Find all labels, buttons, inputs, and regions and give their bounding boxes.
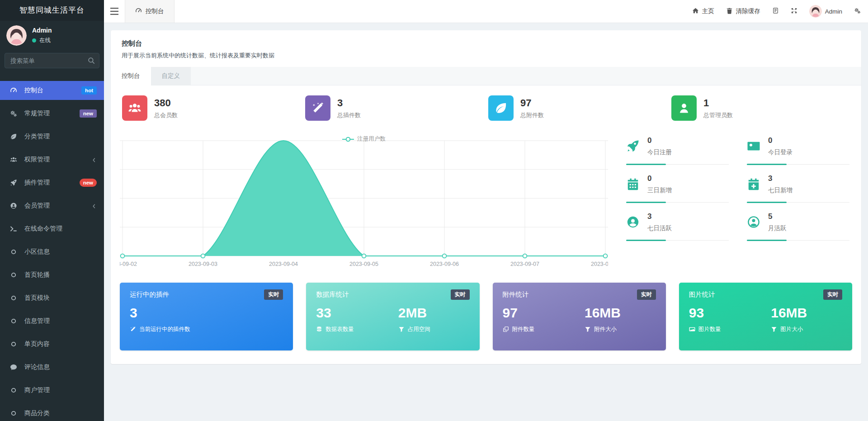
card-metric: 16MB图片大小 xyxy=(771,305,842,333)
sidebar-item-addon[interactable]: 插件管理new xyxy=(0,173,104,192)
sidebar-item-community[interactable]: 小区信息 xyxy=(0,242,104,261)
clear-cache-button[interactable]: 清除缓存 xyxy=(726,7,760,15)
settings-button[interactable] xyxy=(854,7,861,15)
filter-icon xyxy=(398,326,405,332)
realtime-badge: 实时 xyxy=(264,289,283,300)
chart-legend[interactable]: 注册用户数 xyxy=(120,135,608,143)
main-content: 控制台 用于展示当前系统中的统计数据、统计报表及重要实时数据 控制台自定义 38… xyxy=(104,23,868,421)
log-button[interactable] xyxy=(772,7,779,15)
search-icon[interactable] xyxy=(87,57,95,65)
users-icon xyxy=(10,156,19,163)
quick-stat-underline xyxy=(747,164,852,165)
card-metric-value: 33 xyxy=(316,305,398,321)
sidebar-item-dashboard[interactable]: 控制台hot xyxy=(0,81,104,100)
card-metric-value: 16MB xyxy=(771,305,842,321)
realtime-badge: 实时 xyxy=(451,289,470,300)
sidebar-item-banner[interactable]: 首页轮播 xyxy=(0,265,104,284)
summary-cards-row: 运行中的插件实时3当前运行中的插件数数据库统计实时33数据表数量2MB占用空间附… xyxy=(120,283,852,350)
card-attachment-stats: 附件统计实时97附件数量16MB附件大小 xyxy=(493,283,666,350)
sidebar-item-label: 权限管理 xyxy=(24,156,91,164)
sidebar-item-label: 评论信息 xyxy=(24,363,97,371)
sidebar-item-general[interactable]: 常规管理new xyxy=(0,104,104,123)
quick-stat-label: 七日活跃 xyxy=(647,224,672,232)
sidebar-item-label: 信息管理 xyxy=(24,317,97,325)
rocket-icon xyxy=(626,139,641,154)
badge-new: new xyxy=(80,179,97,187)
home-link[interactable]: 主页 xyxy=(692,7,714,15)
card-metric-label: 图片大小 xyxy=(780,326,803,333)
card-metric: 3当前运行中的插件数 xyxy=(130,305,283,333)
sidebar-search xyxy=(5,53,99,68)
svg-text:2023-09-03: 2023-09-03 xyxy=(189,261,217,267)
fullscreen-button[interactable] xyxy=(791,7,797,15)
sidebar-item-merchant[interactable]: 商户管理 xyxy=(0,381,104,400)
card-running-addons: 运行中的插件实时3当前运行中的插件数 xyxy=(120,283,293,350)
calendar-icon xyxy=(626,177,641,192)
registered-users-chart: 注册用户数 2023-09-022023-09-032023-09-042023… xyxy=(120,133,608,271)
legend-marker-icon xyxy=(342,137,354,142)
quick-stat-value: 0 xyxy=(647,174,672,183)
calendar-plus-icon xyxy=(747,177,761,192)
sidebar-item-label: 在线命令管理 xyxy=(24,225,97,233)
sidebar-item-auth[interactable]: 权限管理 xyxy=(0,150,104,169)
username-label: Admin xyxy=(825,8,842,15)
sidebar-toggle-button[interactable] xyxy=(104,0,125,23)
sidebar-item-comment[interactable]: 评论信息 xyxy=(0,358,104,377)
magic-icon xyxy=(305,95,330,121)
svg-text:2023-09-02: 2023-09-02 xyxy=(120,261,137,267)
quick-stat-underline xyxy=(626,240,731,241)
sidebar-item-label: 商户管理 xyxy=(24,386,97,394)
card-metric-value: 93 xyxy=(689,305,771,321)
user-status-label: 在线 xyxy=(39,37,51,44)
circle-icon xyxy=(10,387,19,394)
sidebar-item-module[interactable]: 首页模块 xyxy=(0,289,104,307)
badge-new: new xyxy=(80,109,97,118)
stat-total-members: 380总会员数 xyxy=(120,95,303,121)
clone-icon xyxy=(503,326,509,332)
card-title: 运行中的插件 xyxy=(130,290,169,299)
sidebar-item-information[interactable]: 信息管理 xyxy=(0,312,104,331)
dashboard-icon xyxy=(10,87,19,94)
panel-tabs: 控制台自定义 xyxy=(111,67,861,85)
tab-dashboard[interactable]: 控制台 xyxy=(125,0,175,23)
page-title: 控制台 xyxy=(122,39,850,48)
sidebar-item-label: 分类管理 xyxy=(24,132,97,141)
user-menu[interactable]: Admin xyxy=(809,5,842,18)
stat-label: 总会员数 xyxy=(154,111,178,119)
gears-icon xyxy=(10,110,19,117)
card-metric-label: 图片数量 xyxy=(698,326,721,333)
user-circle-solid-icon xyxy=(626,215,641,230)
sidebar-item-member[interactable]: 会员管理 xyxy=(0,196,104,215)
card-metric: 2MB占用空间 xyxy=(398,305,470,333)
user-icon xyxy=(671,95,697,121)
sidebar-item-command[interactable]: 在线命令管理 xyxy=(0,219,104,238)
user-status: 在线 xyxy=(32,37,52,44)
page-header: 控制台 用于展示当前系统中的统计数据、统计报表及重要实时数据 xyxy=(111,30,861,67)
topbar: 控制台 主页 清除缓存 Admin xyxy=(104,0,868,23)
middle-row: 注册用户数 2023-09-022023-09-032023-09-042023… xyxy=(120,133,852,271)
stat-total-addons: 3总插件数 xyxy=(303,95,486,121)
card-image-stats: 图片统计实时93图片数量16MB图片大小 xyxy=(679,283,852,350)
circle-icon xyxy=(10,271,19,279)
quick-stat-underline xyxy=(747,202,852,203)
menu-search-input[interactable] xyxy=(5,53,99,68)
user-circle-icon xyxy=(10,202,19,209)
stat-row: 380总会员数3总插件数97总附件数1总管理员数 xyxy=(120,95,852,121)
rocket-icon xyxy=(10,179,19,186)
card-title: 图片统计 xyxy=(689,290,715,299)
sidebar-item-page[interactable]: 单页内容 xyxy=(0,335,104,354)
chevron-left-icon xyxy=(91,203,97,208)
card-metric-label: 数据表数量 xyxy=(326,326,354,333)
panel-tab[interactable]: 自定义 xyxy=(151,67,191,85)
sidebar-item-label: 会员管理 xyxy=(24,202,91,210)
sidebar-item-goods-category[interactable]: 商品分类 xyxy=(0,404,104,421)
clear-cache-label: 清除缓存 xyxy=(736,7,760,15)
circle-icon xyxy=(10,410,19,417)
sidebar-item-category[interactable]: 分类管理 xyxy=(0,127,104,146)
id-card-icon xyxy=(747,139,761,154)
quick-stat-value: 3 xyxy=(647,212,672,221)
user-avatar[interactable] xyxy=(6,25,27,46)
quick-stat-label: 七日新增 xyxy=(768,186,793,194)
panel-tab[interactable]: 控制台 xyxy=(111,67,151,85)
quick-stat-today-login: 0今日登录 xyxy=(747,133,852,171)
